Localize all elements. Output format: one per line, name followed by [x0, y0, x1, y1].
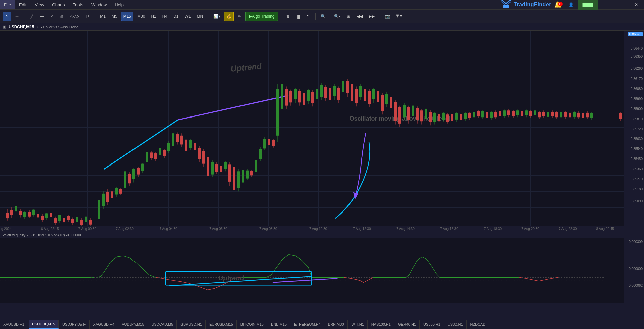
svg-rect-87 [189, 140, 192, 148]
ohlc-btn[interactable]: ||| [294, 12, 303, 21]
svg-rect-125 [272, 140, 275, 146]
trend-tool[interactable]: ⟋ [47, 12, 56, 21]
tab-eurusd-m15[interactable]: EURUSD,M15 [206, 320, 237, 329]
svg-rect-5 [6, 213, 9, 218]
tab-usdcad-m5[interactable]: USDCAD,M5 [148, 320, 177, 329]
zoom-out-btn[interactable]: 🔍- [332, 12, 343, 21]
tab-nzdcad[interactable]: NZDCAD [467, 320, 489, 329]
svg-rect-173 [377, 91, 379, 102]
menu-charts[interactable]: Charts [48, 0, 69, 9]
time-label-4: 7 Aug 04:30 [159, 227, 177, 231]
svg-rect-193 [420, 110, 423, 121]
tab-gbpusd-h1[interactable]: GBPUSD,H1 [177, 320, 206, 329]
screenshot-btn[interactable]: 📷 [383, 12, 392, 21]
chart-canvas[interactable]: Uptrend Oscillator moving above the 0 le… [0, 31, 624, 232]
candle-group-right [433, 109, 622, 124]
svg-rect-43 [89, 220, 92, 225]
tab-xauusd-h1[interactable]: XAUUSD,H1 [0, 320, 28, 329]
menu-window[interactable]: Window [87, 0, 111, 9]
time-label-3: 7 Aug 02:30 [116, 227, 133, 231]
svg-rect-117 [255, 160, 257, 172]
zoom-in-btn[interactable]: 🔍+ [318, 12, 330, 21]
text-tool[interactable]: T+ [83, 12, 92, 21]
tf-m15[interactable]: M15 [121, 12, 133, 21]
svg-rect-71 [154, 153, 157, 159]
tab-wti-h1[interactable]: WTI,H1 [348, 320, 368, 329]
oscillator-label: Volatility quality ZL (15, filter 5.0% o… [3, 233, 81, 237]
tf-mn[interactable]: MN [194, 12, 205, 21]
svg-rect-247 [538, 112, 541, 117]
scroll-left-btn[interactable]: ◀◀ [354, 12, 365, 21]
menu-edit[interactable]: Edit [15, 0, 31, 9]
user-icon[interactable]: 👤 [564, 0, 578, 10]
tab-bnb-m15[interactable]: BNB,M15 [268, 320, 290, 329]
sep5 [315, 13, 316, 20]
svg-rect-13 [23, 212, 26, 217]
tab-ethereum-h4[interactable]: ETHEREUM,H4 [291, 320, 324, 329]
tab-us30-h1[interactable]: US30,H1 [444, 320, 467, 329]
svg-rect-65 [141, 164, 144, 171]
menu-help[interactable]: Help [111, 0, 128, 9]
tab-xagusd-h4[interactable]: XAGUSD,H4 [90, 320, 118, 329]
chart-symbol: USDCHF,M15 [9, 25, 34, 29]
svg-rect-15 [28, 212, 31, 216]
tab-ger40-h1[interactable]: GER40,H1 [395, 320, 420, 329]
notification-bell[interactable]: 🔔 41 [551, 1, 564, 8]
svg-rect-197 [429, 112, 432, 122]
time-label-0: 6 Aug 2024 [0, 227, 12, 231]
candle-group-left [6, 205, 92, 226]
svg-rect-241 [525, 110, 528, 115]
minimize-button[interactable]: — [598, 0, 613, 10]
candle-group-decline [346, 79, 432, 127]
tab-audjpy-m15[interactable]: AUDJPY,M15 [118, 320, 148, 329]
svg-rect-139 [303, 93, 305, 105]
tab-usdjpy-daily[interactable]: USDJPY,Daily [59, 320, 90, 329]
depth-btn[interactable]: ⇅ [284, 12, 292, 21]
close-button[interactable]: ✕ [629, 0, 644, 10]
tf-m5[interactable]: M5 [109, 12, 120, 21]
draw-btn[interactable]: ✏ [235, 12, 244, 21]
grid-btn[interactable]: ⊞ [344, 12, 353, 21]
tf-d1[interactable]: D1 [171, 12, 181, 21]
svg-rect-27 [54, 218, 57, 223]
menu-view[interactable]: View [31, 0, 48, 9]
channel-tool[interactable]: ⟰ [57, 12, 66, 21]
svg-rect-215 [468, 113, 471, 118]
line-tool[interactable]: ╱ [27, 12, 36, 21]
hline-tool[interactable]: — [37, 12, 46, 21]
svg-rect-45 [98, 200, 100, 219]
shapes-tool[interactable]: △▽◇ [67, 12, 81, 21]
tab-bitcoin-m15[interactable]: BITCOIN,M15 [237, 320, 267, 329]
tab-nas100-h1[interactable]: NAS100,H1 [368, 320, 394, 329]
wave-btn[interactable]: 〜 [304, 12, 313, 21]
menu-tools[interactable]: Tools [69, 0, 87, 9]
price-label-4: 0.86080 [631, 87, 643, 91]
svg-rect-11 [19, 211, 22, 215]
sep2 [95, 13, 95, 20]
crosshair-tool[interactable]: ✛ [13, 12, 21, 21]
tf-w1[interactable]: W1 [182, 12, 193, 21]
svg-rect-113 [246, 171, 249, 179]
menu-file[interactable]: File [0, 0, 15, 9]
tab-usdchf-m15[interactable]: USDCHF,M15 [29, 320, 59, 329]
indicator-btn[interactable]: 💰 [224, 12, 234, 21]
maximize-button[interactable]: □ [613, 0, 629, 10]
price-label-7: 0.85810 [631, 117, 643, 121]
status-indicator[interactable]: ████ [578, 0, 598, 10]
indicators-list-btn[interactable]: 〒▾ [394, 12, 405, 21]
chart-header: ▣ USDCHF,M15 US Dollar vs Swiss Franc [0, 23, 644, 31]
chart-type-btn[interactable]: 📊▾ [211, 12, 223, 21]
tab-brn-m30[interactable]: BRN,M30 [325, 320, 348, 329]
svg-rect-155 [337, 88, 340, 100]
algo-trading-btn[interactable]: ▶ Algo Trading [245, 12, 278, 21]
svg-line-2 [178, 95, 288, 120]
scroll-right-btn[interactable]: ▶▶ [366, 12, 377, 21]
tf-m1[interactable]: M1 [98, 12, 108, 21]
tab-us500-h1[interactable]: US500,H1 [420, 320, 444, 329]
tf-h4[interactable]: H4 [160, 12, 170, 21]
cursor-tool[interactable]: ↖ [3, 12, 11, 21]
tf-m30[interactable]: M30 [135, 12, 147, 21]
svg-rect-209 [455, 113, 458, 120]
tf-h1[interactable]: H1 [149, 12, 158, 21]
svg-rect-239 [521, 111, 523, 116]
